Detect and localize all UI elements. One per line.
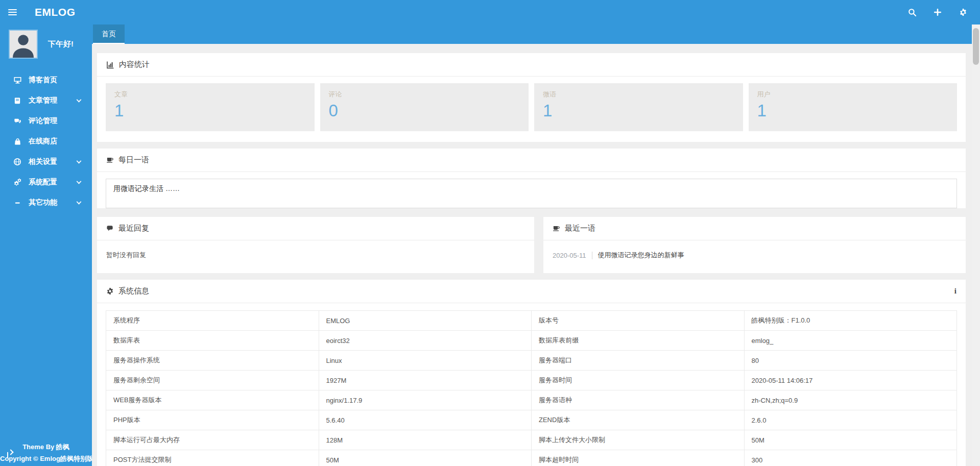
info-value: 128M: [319, 430, 532, 450]
system-info-table-body: 系统程序 EMLOG 版本号 皓枫特别版：F1.0.0 数据库表 eoirct3…: [106, 311, 957, 466]
table-row: PHP版本 5.6.40 ZEND版本 2.6.0: [106, 410, 957, 430]
table-row: 数据库表 eoirct32 数据库表前缀 emlog_: [106, 331, 957, 351]
info-value: 300: [744, 450, 957, 466]
info-label: POST方法提交限制: [106, 450, 319, 466]
panel-content-stats-header: 内容统计: [97, 53, 966, 77]
stat-value: 0: [329, 102, 520, 120]
chevron-down-icon: [77, 179, 82, 184]
info-label: 服务器语种: [532, 390, 745, 410]
note-separator: [592, 252, 592, 259]
chevron-down-icon: [77, 159, 82, 164]
stat-card-notes[interactable]: 微语 1: [534, 83, 743, 131]
info-value: 2020-05-11 14:06:17: [744, 371, 957, 390]
panel-recent-note: 最近一语 2020-05-11 使用微语记录您身边的新鲜事: [543, 217, 966, 273]
tab-home[interactable]: 首页: [93, 24, 125, 44]
tab-bar: 首页: [92, 24, 972, 44]
sidebar-item-settings[interactable]: 相关设置: [0, 152, 92, 172]
info-icon[interactable]: i: [954, 287, 957, 296]
table-row: 服务器操作系统 Linux 服务器端口 80: [106, 351, 957, 371]
sidebar-item-comments[interactable]: 评论管理: [0, 111, 92, 131]
main-content: 内容统计 文章 1 评论 0 微语 1 用户 1: [92, 44, 972, 466]
stat-label: 文章: [114, 90, 306, 99]
comment-icon: [106, 225, 114, 232]
sidebar-item-label: 评论管理: [29, 116, 57, 126]
table-row: 脚本运行可占最大内存 128M 脚本上传文件大小限制 50M: [106, 430, 957, 450]
info-value: emlog_: [744, 331, 957, 351]
sidebar-item-articles[interactable]: 文章管理: [0, 90, 92, 111]
book-icon: [12, 97, 22, 105]
sidebar: 下午好! 博客首页 文章管理 评论管理: [0, 24, 92, 466]
panel-daily-quote: 每日一语 用微语记录生活 ……: [97, 149, 966, 208]
stat-label: 评论: [329, 90, 520, 99]
gear-icon: [106, 287, 114, 295]
sidebar-item-blog-home[interactable]: 博客首页: [0, 70, 92, 90]
info-label: 服务器剩余空间: [106, 371, 319, 390]
user-profile: 下午好!: [0, 24, 92, 62]
info-label: ZEND版本: [532, 410, 745, 430]
stat-label: 用户: [757, 90, 949, 99]
coffee-icon: [553, 225, 560, 232]
stat-value: 1: [757, 102, 949, 120]
search-icon[interactable]: [899, 0, 925, 24]
sidebar-item-label: 博客首页: [29, 76, 57, 85]
theme-credit-link[interactable]: Theme By 皓枫: [0, 443, 92, 452]
sidebar-item-label: 相关设置: [29, 157, 57, 166]
stat-value: 1: [114, 102, 306, 120]
table-row: POST方法提交限制 50M 脚本超时时间 300: [106, 450, 957, 466]
panel-content-stats: 内容统计 文章 1 评论 0 微语 1 用户 1: [97, 53, 966, 142]
coffee-icon: [106, 156, 114, 164]
sidebar-item-other[interactable]: 其它功能: [0, 192, 92, 213]
panel-title-text: 每日一语: [118, 155, 149, 165]
stat-cards: 文章 1 评论 0 微语 1 用户 1: [97, 77, 966, 142]
globe-icon: [12, 158, 22, 166]
table-row: WEB服务器版本 nginx/1.17.9 服务器语种 zh-CN,zh;q=0…: [106, 390, 957, 410]
info-label: 脚本上传文件大小限制: [532, 430, 745, 450]
stat-card-users[interactable]: 用户 1: [749, 83, 958, 131]
sidebar-item-label: 文章管理: [29, 96, 57, 105]
bar-chart-icon: [106, 61, 114, 69]
sidebar-item-label: 在线商店: [29, 137, 57, 146]
info-value: zh-CN,zh;q=0.9: [744, 390, 957, 410]
info-label: PHP版本: [106, 410, 319, 430]
info-value: 50M: [319, 450, 532, 466]
info-value: 1927M: [319, 371, 532, 390]
gear-icon[interactable]: [950, 0, 976, 24]
sidebar-menu: 博客首页 文章管理 评论管理 在线商店: [0, 70, 92, 213]
panel-recent-replies: 最近回复 暂时没有回复: [97, 217, 534, 273]
table-row: 服务器剩余空间 1927M 服务器时间 2020-05-11 14:06:17: [106, 371, 957, 390]
emlog-admin-page: EMLOG 下午好! 博客首页: [0, 0, 980, 466]
panel-recent-note-header: 最近一语: [543, 217, 966, 240]
info-value: 2.6.0: [744, 410, 957, 430]
scrollbar-thumb[interactable]: [973, 28, 979, 65]
panel-system-info-header: 系统信息 i: [97, 280, 966, 303]
dash-icon: [12, 199, 22, 207]
info-label: 系统程序: [106, 311, 319, 331]
info-value: EMLOG: [319, 311, 532, 331]
info-label: 数据库表前缀: [532, 331, 745, 351]
panel-title-text: 系统信息: [118, 286, 149, 296]
gears-icon: [12, 178, 22, 186]
panel-recent-replies-header: 最近回复: [97, 217, 534, 240]
chevron-down-icon: [77, 200, 82, 205]
info-value: Linux: [319, 351, 532, 371]
panel-title-text: 内容统计: [119, 60, 150, 69]
info-label: 脚本超时时间: [532, 450, 745, 466]
panel-title-text: 最近一语: [565, 224, 595, 233]
sidebar-item-store[interactable]: 在线商店: [0, 131, 92, 152]
avatar[interactable]: [9, 30, 38, 59]
stat-card-articles[interactable]: 文章 1: [106, 83, 315, 131]
menu-icon[interactable]: [0, 0, 25, 24]
header-actions: [899, 0, 976, 24]
app-title: EMLOG: [35, 6, 76, 18]
table-row: 系统程序 EMLOG 版本号 皓枫特别版：F1.0.0: [106, 311, 957, 331]
sidebar-footer: Theme By 皓枫 Copyright © Emlog皓枫特别版: [0, 443, 92, 463]
system-info-table: 系统程序 EMLOG 版本号 皓枫特别版：F1.0.0 数据库表 eoirct3…: [106, 310, 957, 466]
stat-card-comments[interactable]: 评论 0: [320, 83, 529, 131]
info-label: 版本号: [532, 311, 745, 331]
sidebar-item-system-config[interactable]: 系统配置: [0, 172, 92, 192]
info-label: 服务器操作系统: [106, 351, 319, 371]
plus-icon[interactable]: [925, 0, 950, 24]
panel-system-info: 系统信息 i 系统程序 EMLOG 版本号 皓枫特别版：F1.0.0: [97, 280, 966, 466]
info-value: 皓枫特别版：F1.0.0: [744, 311, 957, 331]
note-date: 2020-05-11: [553, 252, 586, 259]
